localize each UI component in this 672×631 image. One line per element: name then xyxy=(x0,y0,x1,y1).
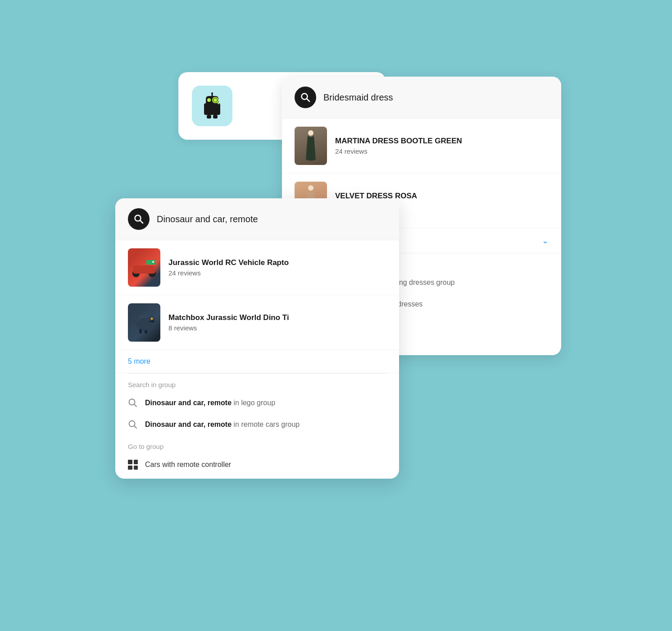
search-header-dinosaur[interactable]: Dinosaur and car, remote xyxy=(115,198,399,240)
product-info-matchbox: Matchbox Jurassic World Dino Ti 8 review… xyxy=(168,313,386,332)
product-info-jurassic: Jurassic World RC Vehicle Rapto 24 revie… xyxy=(168,258,386,277)
product-name-martina: MARTINA DRESS BOOTLE GREEN xyxy=(335,137,549,146)
svg-rect-6 xyxy=(207,115,211,119)
search-group-icon-dino-1 xyxy=(128,398,138,408)
product-thumb-martina xyxy=(295,127,327,165)
search-suffix-dino-2: in remote cars group xyxy=(232,421,300,428)
section-goto-dino: Go to group xyxy=(115,435,399,454)
chevron-down-icon[interactable]: ⌄ xyxy=(542,236,549,246)
robot-icon-bg xyxy=(192,86,232,126)
more-row-dinosaur[interactable]: 5 more xyxy=(115,350,399,373)
svg-line-11 xyxy=(307,99,309,101)
section-search-in-group-dino: Search in group xyxy=(115,374,399,392)
svg-point-23 xyxy=(152,261,154,263)
product-reviews-matchbox: 8 reviews xyxy=(168,324,386,332)
product-item-matchbox[interactable]: Matchbox Jurassic World Dino Ti 8 review… xyxy=(115,295,399,350)
more-link-dinosaur[interactable]: 5 more xyxy=(128,357,150,366)
svg-point-26 xyxy=(150,318,153,320)
search-group-text-dino-1: Dinosaur and car, remote in lego group xyxy=(145,399,275,407)
search-group-icon-dino-2 xyxy=(128,420,138,430)
search-group-item-dino-2[interactable]: Dinosaur and car, remote in remote cars … xyxy=(115,414,399,435)
search-icon xyxy=(300,92,310,102)
dress-silhouette-martina xyxy=(303,130,319,162)
svg-point-13 xyxy=(308,185,313,191)
search-suffix-dino-1: in lego group xyxy=(232,399,275,407)
goto-text-dino-1: Cars with remote controller xyxy=(145,461,231,469)
search-query-dinosaur: Dinosaur and car, remote xyxy=(157,214,258,224)
search-group-text-dino-2: Dinosaur and car, remote in remote cars … xyxy=(145,421,300,429)
svg-rect-27 xyxy=(139,329,142,334)
svg-point-25 xyxy=(146,316,155,324)
product-info-martina: MARTINA DRESS BOOTLE GREEN 24 reviews xyxy=(335,137,549,155)
robot-icon xyxy=(199,92,226,119)
svg-point-9 xyxy=(211,92,213,94)
search-bold-dino-2: Dinosaur and car, remote xyxy=(145,421,232,428)
search-bold-dino-1: Dinosaur and car, remote xyxy=(145,399,232,407)
search-header-bridesmaid[interactable]: Bridesmaid dress xyxy=(282,77,561,119)
search-group-item-dino-1[interactable]: Dinosaur and car, remote in lego group xyxy=(115,392,399,414)
svg-line-32 xyxy=(134,426,136,428)
search-icon-circle xyxy=(295,87,316,108)
product-reviews-jurassic: 24 reviews xyxy=(168,269,386,277)
svg-rect-22 xyxy=(133,265,155,274)
card-dinosaur: Dinosaur and car, remote Ju xyxy=(115,198,399,479)
svg-line-30 xyxy=(134,404,136,407)
svg-point-2 xyxy=(207,98,211,102)
svg-point-12 xyxy=(308,130,313,136)
svg-rect-7 xyxy=(213,115,218,119)
product-reviews-martina: 24 reviews xyxy=(335,147,549,155)
grid-icon-dino-1 xyxy=(128,460,138,470)
product-thumb-jurassic xyxy=(128,248,160,287)
svg-rect-28 xyxy=(145,330,147,334)
svg-point-3 xyxy=(213,98,217,102)
dino-car-icon xyxy=(131,256,158,279)
svg-line-19 xyxy=(140,220,143,223)
scene: Bridesmaid dress MARTINA DRESS BOOTLE GR… xyxy=(88,45,584,586)
product-thumb-matchbox xyxy=(128,303,160,342)
search-icon-dino xyxy=(134,214,144,224)
matchbox-dino-icon xyxy=(132,310,157,335)
search-icon-circle-dino xyxy=(128,208,150,230)
product-name-jurassic: Jurassic World RC Vehicle Rapto xyxy=(168,258,386,267)
product-item-jurassic[interactable]: Jurassic World RC Vehicle Rapto 24 revie… xyxy=(115,240,399,295)
product-name-matchbox: Matchbox Jurassic World Dino Ti xyxy=(168,313,386,322)
goto-item-dino-1[interactable]: Cars with remote controller xyxy=(115,454,399,479)
product-item-martina[interactable]: MARTINA DRESS BOOTLE GREEN 24 reviews xyxy=(282,119,561,174)
search-query-bridesmaid: Bridesmaid dress xyxy=(323,92,393,103)
